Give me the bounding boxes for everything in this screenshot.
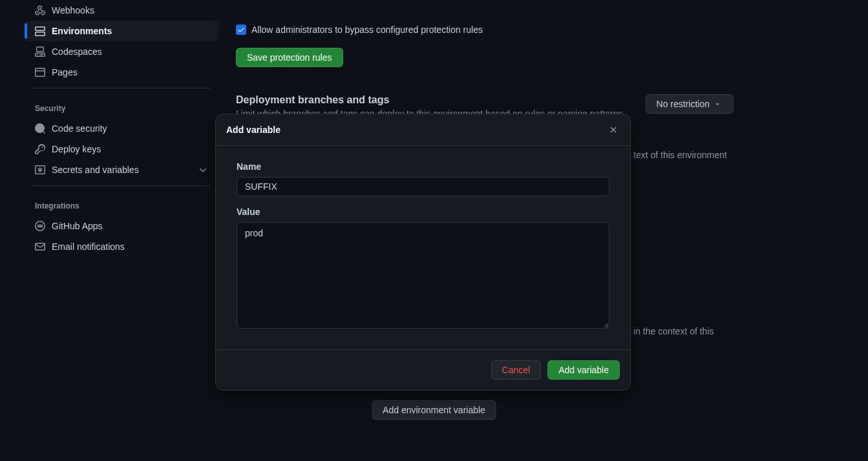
sidebar-item-email-notifications[interactable]: Email notifications xyxy=(25,236,218,257)
name-label: Name xyxy=(237,161,609,172)
sidebar-heading-security: Security xyxy=(25,94,218,118)
sidebar-item-deploy-keys[interactable]: Deploy keys xyxy=(25,139,218,159)
webhook-icon xyxy=(35,5,45,15)
sidebar-item-pages[interactable]: Pages xyxy=(25,62,218,83)
hubot-icon xyxy=(35,221,45,231)
partial-text-environment: text of this environment xyxy=(633,150,727,160)
sidebar: Webhooks Environments Codespaces Pages S… xyxy=(25,0,218,257)
sidebar-label: GitHub Apps xyxy=(52,221,103,231)
add-environment-variable-button[interactable]: Add environment variable xyxy=(372,400,496,420)
bypass-label: Allow administrators to bypass configure… xyxy=(251,25,483,35)
no-restriction-label: No restriction xyxy=(657,99,710,109)
add-variable-modal: Add variable Name Value Cancel Add varia… xyxy=(215,114,631,391)
cancel-button[interactable]: Cancel xyxy=(491,360,542,380)
add-variable-button[interactable]: Add variable xyxy=(547,360,620,380)
sidebar-label: Code security xyxy=(52,123,107,134)
sidebar-heading-integrations: Integrations xyxy=(25,191,218,216)
sidebar-label: Secrets and variables xyxy=(52,165,139,175)
value-label: Value xyxy=(237,207,609,217)
sidebar-label: Deploy keys xyxy=(52,144,101,154)
sidebar-item-environments[interactable]: Environments xyxy=(25,21,218,41)
browser-icon xyxy=(35,67,45,77)
mail-icon xyxy=(35,241,45,252)
no-restriction-dropdown[interactable]: No restriction xyxy=(646,94,734,114)
nav-divider xyxy=(32,88,211,88)
key-icon xyxy=(35,144,45,154)
server-icon xyxy=(35,26,45,36)
sidebar-label: Codespaces xyxy=(52,46,102,57)
main-content: Allow administrators to bypass configure… xyxy=(236,0,734,119)
name-input[interactable] xyxy=(237,177,609,196)
branches-title: Deployment branches and tags xyxy=(236,94,625,106)
sidebar-item-code-security[interactable]: Code security xyxy=(25,118,218,139)
sidebar-label: Email notifications xyxy=(52,241,125,252)
sidebar-label: Environments xyxy=(52,26,112,36)
codespaces-icon xyxy=(35,46,45,57)
value-textarea[interactable] xyxy=(237,222,609,329)
chevron-down-icon xyxy=(198,165,208,175)
partial-text-context: in the context of this xyxy=(633,326,714,336)
triangle-down-icon xyxy=(712,99,723,109)
sidebar-item-codespaces[interactable]: Codespaces xyxy=(25,41,218,62)
codescan-icon xyxy=(35,123,45,134)
sidebar-label: Webhooks xyxy=(52,5,94,15)
key-asterisk-icon xyxy=(35,165,45,175)
sidebar-label: Pages xyxy=(52,67,78,77)
save-protection-rules-button[interactable]: Save protection rules xyxy=(236,48,343,67)
sidebar-item-webhooks[interactable]: Webhooks xyxy=(25,0,218,21)
sidebar-item-github-apps[interactable]: GitHub Apps xyxy=(25,216,218,236)
modal-title: Add variable xyxy=(226,125,281,135)
sidebar-item-secrets-variables[interactable]: Secrets and variables xyxy=(25,159,218,180)
nav-divider xyxy=(32,185,211,186)
checkbox-checked-icon[interactable] xyxy=(236,25,246,35)
close-icon[interactable] xyxy=(607,123,620,136)
bypass-checkbox-row[interactable]: Allow administrators to bypass configure… xyxy=(236,25,734,35)
